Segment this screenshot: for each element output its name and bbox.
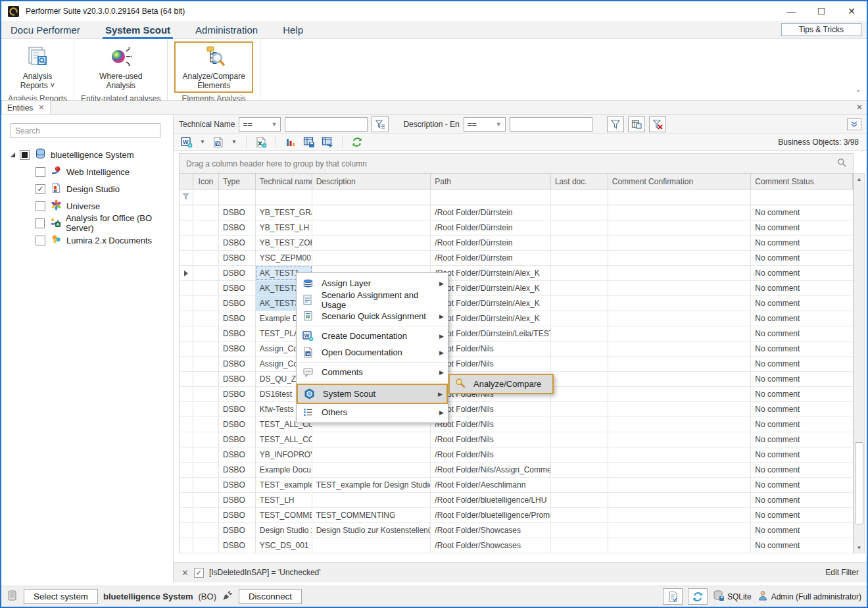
cell-technical-name[interactable]: YB_TEST_LH (256, 220, 312, 235)
tips-and-tricks-button[interactable]: Tips & Tricks (781, 23, 861, 36)
sync-button[interactable] (688, 588, 708, 605)
auto-filter-cell[interactable] (431, 190, 551, 205)
create-documentation-button[interactable]: W (179, 135, 195, 149)
group-by-panel[interactable]: Drag a column header here to group by th… (179, 153, 854, 173)
table-row[interactable]: DSBODesign Studio z...Design Studio zur … (180, 523, 853, 538)
menu-item-system-scout[interactable]: System Scout▶ (297, 384, 448, 404)
analysis-button[interactable]: Analysis Reports ˅ (12, 41, 62, 93)
menu-item-scenario-quick-assignment[interactable]: Scenario Quick Assignment▶ (297, 308, 448, 324)
auto-filter-cell[interactable] (256, 190, 312, 205)
filter-active-checkbox[interactable]: ✓ (194, 568, 204, 578)
cell-technical-name[interactable]: YSC_DS_001 (256, 538, 312, 553)
auto-filter-cell[interactable] (551, 190, 608, 205)
table-row[interactable]: DSBOAssign_Comm.../Root Folder/NilsNo co… (180, 342, 853, 357)
chart-button[interactable] (283, 135, 299, 149)
menu-item-scenario-assignment-and-usage[interactable]: Scenario Assignment and Usage (297, 291, 448, 308)
table-row[interactable]: DSBOKfw-Tests/Root Folder/NilsNo comment (180, 402, 853, 417)
select-system-button[interactable]: Select system (24, 589, 98, 604)
cell-technical-name[interactable]: TEST_COMME... (256, 508, 312, 522)
minimize-button[interactable]: — (776, 1, 806, 21)
tab-entities[interactable]: Entities ✕ (1, 100, 51, 114)
ribbon-tab-help[interactable]: Help (274, 21, 312, 39)
vertical-scrollbar[interactable]: ▲ ▼ (854, 173, 865, 553)
tree-expander-icon[interactable] (8, 150, 17, 160)
table-row[interactable]: DSBOYB_TEST_GRAPH/Root Folder/DürrsteinN… (180, 205, 853, 220)
cell-technical-name[interactable]: TEST_ALL_CO... (256, 432, 312, 447)
menu-item-open-documentation[interactable]: WOpen Documentation▶ (297, 344, 448, 361)
remove-filter-icon[interactable]: ✕ (181, 568, 189, 578)
column-header-last-doc-[interactable]: Last doc. (551, 174, 608, 189)
cell-technical-name[interactable]: YB_INFOPROV... (256, 447, 312, 462)
cell-technical-name[interactable]: TEST_example (256, 478, 312, 492)
tree-checkbox[interactable] (36, 167, 45, 177)
edit-filter-link[interactable]: Edit Filter (825, 568, 859, 577)
table-row[interactable]: DSBOExample Doc.../Root Folder/Dürrstein… (180, 311, 853, 326)
cell-technical-name[interactable]: TEST_LH (256, 493, 312, 507)
cell-technical-name[interactable]: YB_TEST_ZOHO (256, 236, 312, 250)
disconnect-button[interactable]: Disconnect (239, 589, 302, 604)
tree-item-lumira-2-x-documents[interactable]: Lumira 2.x Documents (1, 232, 173, 249)
menu-item-assign-layer[interactable]: Assign Layer▶ (297, 275, 448, 291)
table-row[interactable]: DSBOYSC_DS_001/Root Folder/ShowcasesNo c… (180, 538, 853, 553)
cell-technical-name[interactable]: Design Studio z... (256, 523, 312, 538)
table-row[interactable]: DSBOTEST_ALL_CO.../Root Folder/NilsNo co… (180, 432, 853, 447)
tree-checkbox[interactable] (36, 201, 45, 211)
log-button[interactable] (663, 588, 683, 605)
where-used-button[interactable]: Where-used Analysis (91, 41, 150, 93)
cell-technical-name[interactable]: YB_TEST_GRAPH (256, 205, 312, 220)
tabstrip-close-icon[interactable]: ✕ (856, 103, 863, 112)
table-row[interactable]: DSBOTEST_LH/Root Folder/bluetelligence/L… (180, 493, 853, 508)
description-filter-input[interactable] (510, 117, 592, 132)
table-row[interactable]: DSBOAK_TEST1/Root Folder/Dürrstein/Alex_… (180, 266, 853, 281)
maximize-button[interactable]: ☐ (806, 1, 836, 21)
cell-technical-name[interactable]: Example Docu... (256, 463, 312, 477)
table-row[interactable]: DSBOYB_TEST_LH/Root Folder/DürrsteinNo c… (180, 220, 853, 236)
save-layout-button[interactable] (301, 135, 317, 149)
search-input[interactable] (11, 123, 160, 138)
tree-item-universe[interactable]: Universe (1, 197, 173, 215)
tree-checkbox[interactable] (20, 150, 30, 160)
ribbon-collapse-icon[interactable]: ⌃ (856, 89, 861, 97)
clear-filter-button[interactable] (649, 116, 666, 132)
menu-item-others[interactable]: Others▶ (297, 404, 448, 420)
analyze-compare-button[interactable]: Analyze/Compare Elements (174, 41, 253, 93)
open-documentation-button[interactable]: W (210, 135, 226, 149)
export-excel-button[interactable] (253, 135, 269, 149)
column-header-comment-confirmation[interactable]: Comment Confirmation (608, 174, 752, 189)
export-layout-button[interactable] (320, 135, 335, 149)
technical-name-filter-input[interactable] (285, 117, 368, 132)
table-row[interactable]: DSBOAK_TEST2/Root Folder/Dürrstein/Alex_… (180, 281, 853, 296)
column-header-icon[interactable]: Icon (193, 174, 219, 189)
ribbon-tab-system-scout[interactable]: System Scout (96, 21, 180, 39)
scrollbar-thumb[interactable] (855, 442, 863, 524)
tab-close-icon[interactable]: ✕ (38, 103, 44, 112)
table-row[interactable]: DSBOAssign_Comm.../Root Folder/NilsNo co… (180, 357, 853, 372)
table-row[interactable]: DSBOTEST_PLANN.../Root Folder/Dürrstein/… (180, 326, 853, 342)
scroll-up-icon[interactable]: ▲ (854, 174, 864, 184)
menu-item-comments[interactable]: Comments▶ (297, 364, 448, 380)
technical-name-operator-select[interactable]: ==▼ (239, 117, 281, 132)
table-row[interactable]: DSBOExample Docu.../Root Folder/Nils/Ass… (180, 463, 853, 478)
tree-item-analysis-for-office-bo-server-[interactable]: Analysis for Office (BO Server) (1, 215, 173, 232)
tree-item-web-intelligence[interactable]: Web Intelligence (1, 163, 173, 180)
column-header-description[interactable]: Description (312, 174, 431, 189)
tree-item-design-studio[interactable]: ✓Design Studio (1, 180, 173, 197)
column-header-type[interactable]: Type (219, 174, 256, 189)
create-documentation-dropdown-icon[interactable]: ▼ (197, 139, 208, 145)
cell-technical-name[interactable]: YSC_ZEPM001 (256, 251, 312, 265)
scrollbar-track[interactable] (854, 184, 864, 542)
close-button[interactable]: ✕ (836, 1, 867, 21)
table-row[interactable]: DSBOYB_INFOPROV.../Root Folder/NilsNo co… (180, 447, 853, 463)
table-row[interactable]: DSBOTEST_COMME...TEST_COMMENTING/Root Fo… (180, 508, 853, 523)
table-row[interactable]: DSBOTEST_exampleTEST_example for Design … (180, 478, 853, 493)
auto-filter-cell[interactable] (193, 190, 219, 205)
column-header-technical-name[interactable]: Technical name (256, 174, 312, 189)
expand-filters-icon[interactable] (847, 118, 861, 130)
description-operator-select[interactable]: ==▼ (464, 117, 506, 132)
tree-item-bluetelligence-system[interactable]: bluetelligence System (1, 146, 173, 163)
filter-editor-button[interactable] (628, 116, 645, 132)
scroll-down-icon[interactable]: ▼ (854, 542, 864, 553)
apply-filter-button[interactable] (607, 116, 624, 132)
tree-checkbox[interactable] (36, 236, 45, 245)
table-row[interactable]: DSBOYB_TEST_ZOHO/Root Folder/DürrsteinNo… (180, 236, 853, 251)
